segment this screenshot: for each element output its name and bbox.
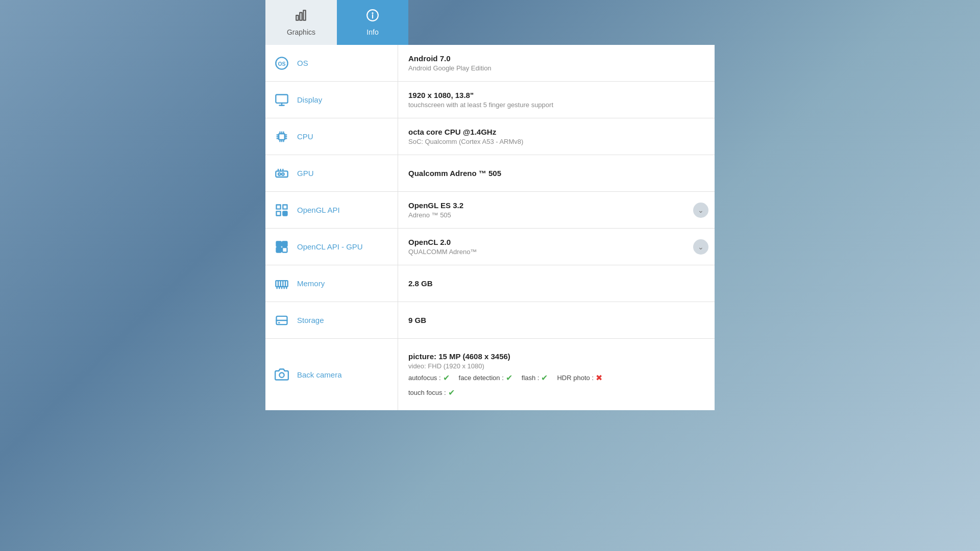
face-detection-flag: face detection : ✔ bbox=[459, 373, 512, 383]
opencl-label: OpenCL API - GPU bbox=[297, 242, 363, 251]
info-circle-icon bbox=[366, 9, 379, 25]
tab-graphics-label: Graphics bbox=[287, 28, 315, 36]
tab-graphics[interactable]: Graphics bbox=[265, 0, 337, 45]
opengl-expand-button[interactable]: ⌄ bbox=[693, 203, 708, 218]
opengl-label-cell: OpenGL API bbox=[265, 192, 398, 228]
svg-rect-32 bbox=[282, 241, 287, 246]
os-label-cell: OS OS bbox=[265, 45, 398, 81]
display-label-cell: Display bbox=[265, 82, 398, 118]
tab-info[interactable]: Info bbox=[337, 0, 408, 45]
svg-rect-34 bbox=[282, 247, 287, 252]
svg-rect-31 bbox=[277, 241, 281, 246]
tab-info-label: Info bbox=[366, 28, 378, 36]
opengl-primary: OpenGL ES 3.2 bbox=[408, 201, 704, 210]
autofocus-label: autofocus : bbox=[408, 374, 441, 382]
os-secondary: Android Google Play Edition bbox=[408, 64, 704, 72]
table-row: OS OS Android 7.0 Android Google Play Ed… bbox=[265, 45, 715, 82]
opengl-value-cell: OpenGL ES 3.2 Adreno ™ 505 ⌄ bbox=[398, 192, 715, 228]
table-row: Back camera picture: 15 MP (4608 x 3456)… bbox=[265, 339, 715, 410]
table-row: GPU Qualcomm Adreno ™ 505 bbox=[265, 155, 715, 192]
camera-flags: autofocus : ✔ face detection : ✔ flash :… bbox=[408, 373, 704, 383]
table-row: Memory 2.8 GB bbox=[265, 265, 715, 302]
gpu-primary: Qualcomm Adreno ™ 505 bbox=[408, 169, 704, 178]
os-label: OS bbox=[297, 59, 308, 67]
os-icon: OS bbox=[274, 55, 290, 71]
hdr-check: ✖ bbox=[596, 373, 602, 383]
svg-point-25 bbox=[278, 172, 281, 175]
main-panel: Graphics Info OS OS bbox=[265, 0, 715, 410]
camera-label-cell: Back camera bbox=[265, 339, 398, 410]
flash-flag: flash : ✔ bbox=[522, 373, 548, 383]
opencl-icon bbox=[274, 239, 290, 255]
gpu-value-cell: Qualcomm Adreno ™ 505 bbox=[398, 155, 715, 191]
touch-focus-flag: touch focus : ✔ bbox=[408, 388, 455, 397]
memory-primary: 2.8 GB bbox=[408, 279, 704, 288]
face-detection-label: face detection : bbox=[459, 374, 504, 382]
table-row: Display 1920 x 1080, 13.8" touchscreen w… bbox=[265, 82, 715, 118]
gpu-icon bbox=[274, 165, 290, 182]
opengl-icon bbox=[274, 202, 290, 218]
memory-label: Memory bbox=[297, 279, 325, 288]
svg-point-26 bbox=[282, 172, 284, 175]
gpu-label-cell: GPU bbox=[265, 155, 398, 191]
svg-rect-2 bbox=[303, 10, 305, 20]
os-primary: Android 7.0 bbox=[408, 54, 704, 63]
display-secondary: touchscreen with at least 5 finger gestu… bbox=[408, 101, 704, 109]
svg-rect-30 bbox=[283, 211, 287, 215]
display-icon bbox=[274, 92, 290, 108]
camera-icon bbox=[274, 366, 290, 383]
opencl-label-cell: OpenCL API - GPU bbox=[265, 229, 398, 265]
svg-text:OS: OS bbox=[278, 60, 285, 66]
cpu-value-cell: octa core CPU @1.4GHz SoC: Qualcomm (Cor… bbox=[398, 118, 715, 155]
memory-label-cell: Memory bbox=[265, 265, 398, 302]
cpu-label: CPU bbox=[297, 132, 313, 141]
svg-rect-8 bbox=[276, 94, 287, 103]
memory-value-cell: 2.8 GB bbox=[398, 265, 715, 302]
tabs-bar: Graphics Info bbox=[265, 0, 715, 45]
touch-focus-check: ✔ bbox=[448, 388, 455, 397]
camera-flags-2: touch focus : ✔ bbox=[408, 388, 704, 397]
flash-label: flash : bbox=[522, 374, 540, 382]
storage-primary: 9 GB bbox=[408, 316, 704, 324]
face-detection-check: ✔ bbox=[506, 373, 512, 383]
table-row: OpenCL API - GPU OpenCL 2.0 QUALCOMM Adr… bbox=[265, 229, 715, 265]
camera-label: Back camera bbox=[297, 370, 342, 379]
info-table: OS OS Android 7.0 Android Google Play Ed… bbox=[265, 45, 715, 410]
touch-focus-label: touch focus : bbox=[408, 389, 446, 396]
storage-label: Storage bbox=[297, 316, 324, 324]
flash-check: ✔ bbox=[541, 373, 548, 383]
table-row: Storage 9 GB bbox=[265, 302, 715, 339]
cpu-label-cell: CPU bbox=[265, 118, 398, 155]
bar-chart-icon bbox=[295, 9, 308, 25]
svg-rect-1 bbox=[300, 13, 302, 20]
opengl-secondary: Adreno ™ 505 bbox=[408, 211, 704, 219]
camera-secondary: video: FHD (980 x 551) bbox=[408, 362, 704, 370]
opencl-value-cell: OpenCL 2.0 QUALCOMM Adreno™ ⌄ bbox=[398, 229, 715, 265]
opencl-secondary: QUALCOMM Adreno™ bbox=[408, 248, 704, 256]
svg-rect-47 bbox=[278, 322, 280, 323]
display-label: Display bbox=[297, 95, 322, 104]
cpu-icon bbox=[274, 129, 290, 145]
storage-icon bbox=[274, 312, 290, 329]
opengl-label: OpenGL API bbox=[297, 206, 340, 214]
autofocus-check: ✔ bbox=[443, 373, 450, 383]
table-row: CPU octa core CPU @1.4GHz SoC: Qualcomm … bbox=[265, 118, 715, 155]
cpu-secondary: SoC: Qualcomm (Cortex A53 - ARMv8) bbox=[408, 138, 704, 145]
storage-value-cell: 9 GB bbox=[398, 302, 715, 338]
display-primary: 1920 x 1080, 13.8" bbox=[408, 91, 704, 99]
storage-label-cell: Storage bbox=[265, 302, 398, 338]
svg-rect-35 bbox=[276, 281, 287, 287]
hdr-label: HDR photo : bbox=[557, 374, 594, 382]
camera-value-cell: picture: 15 MP (4608 x 3456) video: FHD … bbox=[398, 339, 715, 410]
opencl-expand-button[interactable]: ⌄ bbox=[693, 239, 708, 255]
svg-rect-11 bbox=[279, 134, 285, 140]
os-value-cell: Android 7.0 Android Google Play Edition bbox=[398, 45, 715, 81]
table-row: OpenGL API OpenGL ES 3.2 Adreno ™ 505 ⌄ bbox=[265, 192, 715, 229]
display-value-cell: 1920 x 1080, 13.8" touchscreen with at l… bbox=[398, 82, 715, 118]
hdr-flag: HDR photo : ✖ bbox=[557, 373, 602, 383]
camera-primary: picture: 15 MP (4608 x 3456) bbox=[408, 352, 704, 361]
cpu-primary: octa core CPU @1.4GHz bbox=[408, 128, 704, 136]
gpu-label: GPU bbox=[297, 169, 314, 178]
opencl-primary: OpenCL 2.0 bbox=[408, 238, 704, 246]
svg-rect-33 bbox=[277, 247, 281, 252]
